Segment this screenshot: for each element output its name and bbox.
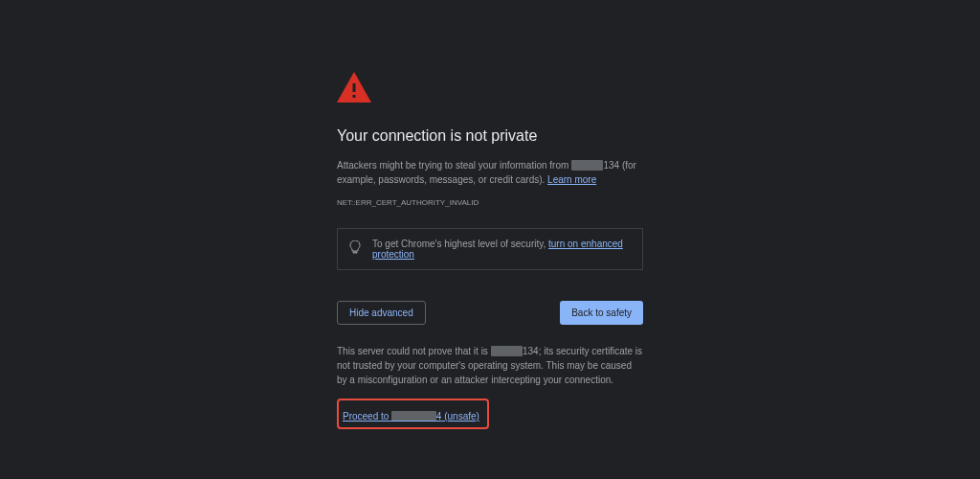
proceed-suffix: (unsafe)	[441, 411, 479, 422]
advanced-ip-suffix: 134	[523, 346, 539, 356]
proceed-prefix: Proceed to	[343, 411, 391, 422]
interstitial-content: Your connection is not private Attackers…	[337, 72, 643, 479]
lightbulb-icon	[349, 240, 361, 258]
svg-rect-1	[353, 83, 356, 92]
body-ip-suffix: 134	[603, 160, 619, 171]
page-title: Your connection is not private	[337, 127, 643, 145]
proceed-unsafe-link[interactable]: Proceed to XXXXXXX4 (unsafe)	[343, 411, 479, 422]
info-box-text: To get Chrome's highest level of securit…	[372, 239, 631, 260]
svg-rect-2	[353, 95, 356, 98]
advanced-explanation: This server could not prove that it is X…	[337, 344, 643, 387]
info-prefix: To get Chrome's highest level of securit…	[372, 239, 548, 249]
error-code: NET::ERR_CERT_AUTHORITY_INVALID	[337, 198, 643, 207]
redacted-host-2: XXXXX	[491, 346, 523, 356]
warning-body: Attackers might be trying to steal your …	[337, 158, 643, 187]
proceed-highlight-annotation: Proceed to XXXXXXX4 (unsafe)	[337, 399, 489, 429]
redacted-host: XXXXX	[571, 160, 603, 171]
button-row: Hide advanced Back to safety	[337, 301, 643, 325]
redacted-host-3: XXXXXXX	[391, 411, 436, 422]
advanced-prefix: This server could not prove that it is	[337, 346, 491, 356]
learn-more-link[interactable]: Learn more	[547, 174, 596, 185]
warning-triangle-icon	[337, 72, 643, 106]
hide-advanced-button[interactable]: Hide advanced	[337, 301, 426, 325]
body-prefix: Attackers might be trying to steal your …	[337, 160, 571, 171]
enhanced-protection-box: To get Chrome's highest level of securit…	[337, 228, 643, 270]
back-to-safety-button[interactable]: Back to safety	[560, 301, 643, 325]
